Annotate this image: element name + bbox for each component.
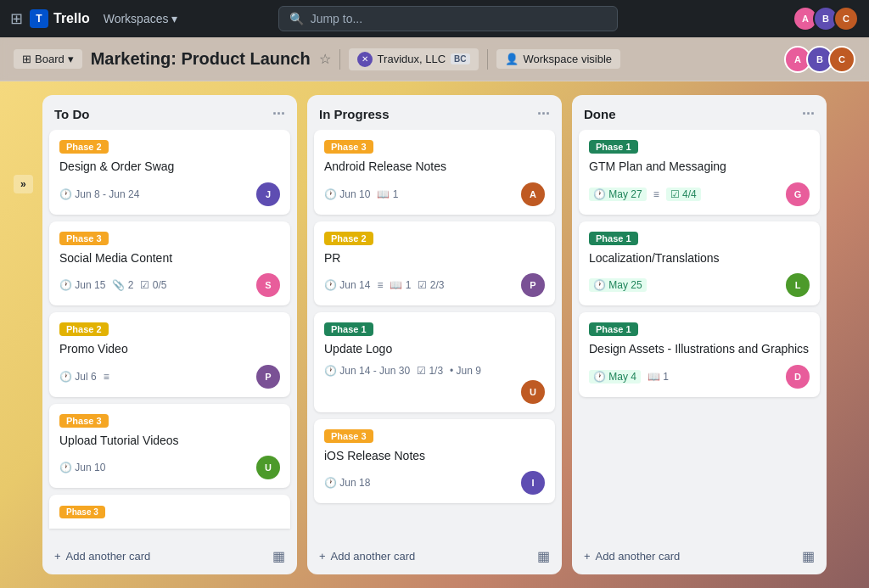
list-title-inprogress: In Progress <box>319 107 390 121</box>
list-cards-done: Phase 1 GTM Plan and Messaging 🕐 May 27 … <box>572 130 827 541</box>
logo[interactable]: T Trello <box>30 9 90 28</box>
list-header-done: Done ··· <box>572 95 827 130</box>
card-promo-video[interactable]: Phase 2 Promo Video 🕐 Jul 6 ≡ P <box>49 312 290 397</box>
card-label: Phase 1 <box>324 322 373 336</box>
card-title: Localization/Translations <box>589 250 810 267</box>
card-meta: 🕐 May 27 ≡ ☑ 4/4 <box>589 188 701 201</box>
list-menu-todo[interactable]: ··· <box>272 105 285 123</box>
board-view-button[interactable]: ⊞ Board ▾ <box>14 49 82 69</box>
header-avatar-3[interactable]: C <box>828 46 855 73</box>
card-date: 🕐 Jun 8 - Jun 24 <box>59 188 139 200</box>
card-label: Phase 3 <box>324 140 373 154</box>
workspaces-menu[interactable]: Workspaces ▾ <box>97 8 185 29</box>
divider-2 <box>487 49 488 70</box>
template-icon[interactable]: ▦ <box>537 548 550 564</box>
card-update-logo[interactable]: Phase 1 Update Logo 🕐 Jun 14 - Jun 30 ☑ … <box>314 312 555 412</box>
people-icon: 👤 <box>505 53 519 65</box>
card-extra-date: • Jun 9 <box>450 365 481 377</box>
nav-avatars: A B C <box>798 6 859 31</box>
card-android-release[interactable]: Phase 3 Android Release Notes 🕐 Jun 10 📖… <box>314 130 555 215</box>
card-book: 📖 1 <box>648 371 669 383</box>
card-bottom: 🕐 May 4 📖 1 D <box>589 365 810 389</box>
card-avatar: J <box>256 182 280 206</box>
add-card-button-inprogress[interactable]: + Add another card <box>319 550 415 563</box>
card-checklist: ☑ 4/4 <box>666 188 701 201</box>
card-date: 🕐 May 4 <box>589 370 641 384</box>
board-view-label: Board <box>35 53 64 65</box>
add-card-button-done[interactable]: + Add another card <box>584 550 680 563</box>
card-label: Phase 2 <box>59 140 109 154</box>
sidebar-toggle[interactable]: » <box>14 175 33 193</box>
card-date: 🕐 Jun 14 - Jun 30 <box>324 365 410 377</box>
board-title: Marketing: Product Launch <box>91 49 311 69</box>
card-design-order-swag[interactable]: Phase 2 Design & Order Swag 🕐 Jun 8 - Ju… <box>49 130 290 215</box>
logo-text: Trello <box>53 11 90 26</box>
card-bottom: 🕐 Jun 8 - Jun 24 J <box>59 182 280 206</box>
plus-icon: + <box>319 550 326 563</box>
card-avatar: P <box>521 273 545 297</box>
card-date: 🕐 May 25 <box>589 278 647 292</box>
list-done: Done ··· Phase 1 GTM Plan and Messaging … <box>572 95 827 574</box>
template-icon[interactable]: ▦ <box>272 548 285 564</box>
card-partial[interactable]: Phase 3 <box>49 495 290 529</box>
grid-icon[interactable]: ⊞ <box>10 9 23 28</box>
star-icon[interactable]: ☆ <box>319 51 331 67</box>
card-date: 🕐 Jun 15 <box>59 279 105 291</box>
card-pr[interactable]: Phase 2 PR 🕐 Jun 14 ≡ 📖 1 ☑ 2/3 P <box>314 221 555 306</box>
workspace-badge[interactable]: ✕ Travidux, LLC BC <box>349 48 479 70</box>
card-bottom: 🕐 May 25 L <box>589 273 810 297</box>
card-gtm-plan[interactable]: Phase 1 GTM Plan and Messaging 🕐 May 27 … <box>579 130 820 215</box>
workspaces-label: Workspaces <box>104 12 169 25</box>
search-icon: 🔍 <box>289 12 304 25</box>
card-bottom: 🕐 May 27 ≡ ☑ 4/4 G <box>589 182 810 206</box>
board-area: » To Do ··· Phase 2 Design & Order Swag … <box>0 81 869 588</box>
list-cards-todo: Phase 2 Design & Order Swag 🕐 Jun 8 - Ju… <box>42 130 297 541</box>
search-bar[interactable]: 🔍 Jump to... <box>278 6 618 31</box>
workspace-x-icon: ✕ <box>357 52 373 67</box>
card-social-media[interactable]: Phase 3 Social Media Content 🕐 Jun 15 📎 … <box>49 221 290 306</box>
template-icon[interactable]: ▦ <box>802 548 815 564</box>
card-avatar: G <box>786 182 810 206</box>
card-ios-release[interactable]: Phase 3 iOS Release Notes 🕐 Jun 18 I <box>314 419 555 504</box>
visibility-button[interactable]: 👤 Workspace visible <box>496 49 621 69</box>
list-menu-done[interactable]: ··· <box>802 105 815 123</box>
card-meta: 🕐 Jun 10 <box>59 462 105 473</box>
card-checklist: ☑ 2/3 <box>418 279 444 291</box>
list-menu-inprogress[interactable]: ··· <box>537 105 550 123</box>
list-header-inprogress: In Progress ··· <box>307 95 562 130</box>
card-meta: 🕐 Jun 14 - Jun 30 ☑ 1/3 • Jun 9 <box>324 365 481 377</box>
card-title: Design & Order Swag <box>59 159 280 176</box>
card-title: Promo Video <box>59 341 280 358</box>
card-upload-tutorial[interactable]: Phase 3 Upload Tutorial Videos 🕐 Jun 10 … <box>49 404 290 489</box>
add-card-button-todo[interactable]: + Add another card <box>54 550 150 563</box>
divider <box>339 49 340 70</box>
card-attach: 📎 2 <box>112 279 133 291</box>
card-checklist: ☑ 0/5 <box>140 279 166 291</box>
add-card-label: Add another card <box>331 550 416 563</box>
visibility-label: Workspace visible <box>524 53 613 65</box>
card-bottom: 🕐 Jul 6 ≡ P <box>59 365 280 389</box>
card-date: 🕐 Jun 10 <box>324 188 370 200</box>
card-avatar: A <box>521 182 545 206</box>
card-avatar: P <box>256 365 280 389</box>
card-title: Android Release Notes <box>324 159 545 176</box>
board-view-icon: ⊞ <box>22 53 31 65</box>
card-avatar: S <box>256 273 280 297</box>
card-localization[interactable]: Phase 1 Localization/Translations 🕐 May … <box>579 221 820 306</box>
card-label: Phase 3 <box>324 429 373 443</box>
card-label: Phase 2 <box>324 232 373 245</box>
card-title: Design Assets - Illustrations and Graphi… <box>589 341 810 358</box>
card-lines: ≡ <box>377 279 383 291</box>
card-bottom: 🕐 Jun 14 ≡ 📖 1 ☑ 2/3 P <box>324 273 545 297</box>
card-lines: ≡ <box>104 371 109 383</box>
nav-avatar-3[interactable]: C <box>833 6 859 31</box>
card-design-assets[interactable]: Phase 1 Design Assets - Illustrations an… <box>579 312 820 397</box>
list-cards-inprogress: Phase 3 Android Release Notes 🕐 Jun 10 📖… <box>307 130 562 541</box>
card-title: Upload Tutorial Videos <box>59 433 280 450</box>
list-footer-todo: + Add another card ▦ <box>42 541 297 574</box>
search-placeholder: Jump to... <box>311 12 362 25</box>
card-label: Phase 3 <box>59 414 109 428</box>
card-date: 🕐 May 27 <box>589 188 647 201</box>
list-title-done: Done <box>584 107 616 121</box>
card-label: Phase 1 <box>589 322 638 336</box>
